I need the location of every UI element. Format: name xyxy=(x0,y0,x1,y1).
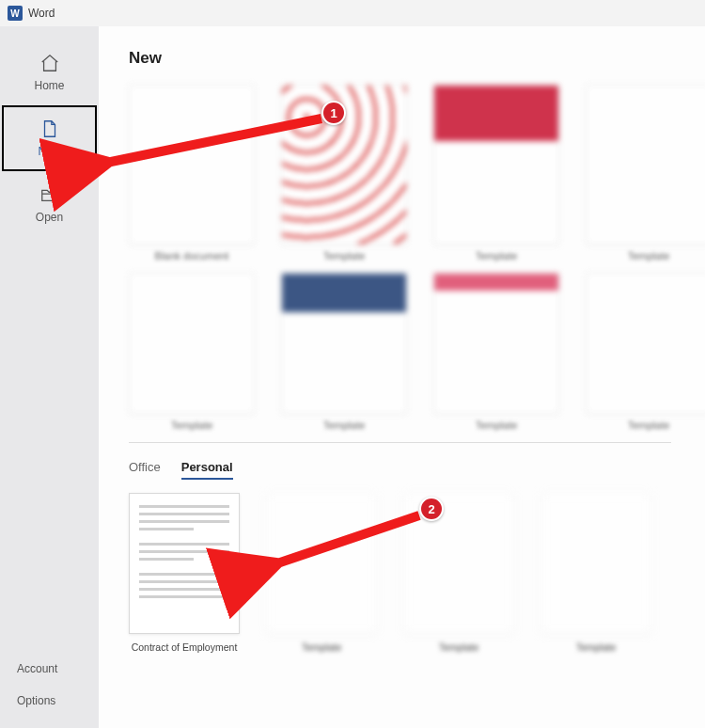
featured-templates-row-1: Blank document Template Template Templat… xyxy=(129,85,705,261)
template-contract-of-employment[interactable]: Contract of Employment xyxy=(129,493,240,653)
template-card[interactable]: Template xyxy=(586,85,705,261)
new-document-icon xyxy=(39,119,60,139)
title-bar: W Word xyxy=(0,0,705,26)
featured-templates-row-2: Template Template Template Template xyxy=(129,273,705,431)
template-card[interactable]: Template xyxy=(281,273,407,431)
template-label: Contract of Employment xyxy=(132,641,238,653)
section-divider xyxy=(129,442,671,443)
template-card[interactable]: Template xyxy=(433,85,559,261)
home-icon xyxy=(39,53,60,73)
annotation-badge-1: 1 xyxy=(321,101,346,125)
sidebar-link-options[interactable]: Options xyxy=(0,685,99,717)
sidebar-item-label: New xyxy=(38,145,60,158)
main-panel: New Blank document Template Template Tem… xyxy=(99,26,705,728)
template-card[interactable]: Template xyxy=(586,273,705,431)
template-source-tabs: Office Personal xyxy=(129,460,705,480)
template-card[interactable]: Template xyxy=(403,493,514,653)
app-title: Word xyxy=(28,7,55,20)
sidebar-item-home[interactable]: Home xyxy=(0,41,99,103)
sidebar-item-label: Home xyxy=(34,79,64,92)
sidebar-bottom-links: Account Options xyxy=(0,653,99,717)
tab-office[interactable]: Office xyxy=(129,460,161,480)
template-card[interactable]: Blank document xyxy=(129,85,255,261)
sidebar-item-open[interactable]: Open xyxy=(0,173,99,235)
annotation-badge-2: 2 xyxy=(419,497,444,521)
sidebar-item-new[interactable]: New xyxy=(4,107,95,169)
tab-personal[interactable]: Personal xyxy=(181,460,233,480)
template-card[interactable]: Template xyxy=(433,273,559,431)
nav-sidebar: Home New Open Account Options xyxy=(0,26,99,728)
word-app-icon: W xyxy=(8,6,23,21)
template-card[interactable]: Template xyxy=(540,493,651,653)
open-folder-icon xyxy=(39,184,60,205)
template-card[interactable]: Template xyxy=(266,493,377,653)
sidebar-item-label: Open xyxy=(36,211,63,224)
page-heading: New xyxy=(129,49,705,68)
template-card[interactable]: Template xyxy=(129,273,255,431)
personal-templates-row: Contract of Employment Template Template… xyxy=(129,493,705,653)
sidebar-link-account[interactable]: Account xyxy=(0,653,99,685)
template-thumbnail xyxy=(129,493,240,634)
